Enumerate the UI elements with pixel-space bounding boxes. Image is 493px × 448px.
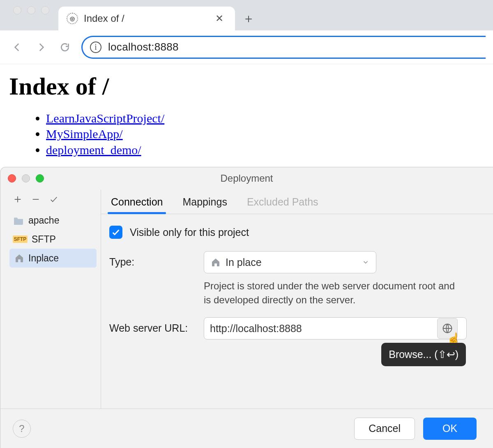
dialog-title: Deployment xyxy=(0,173,493,184)
home-icon xyxy=(14,253,24,263)
add-server-button[interactable] xyxy=(9,192,26,207)
dialog-window-controls xyxy=(0,174,44,182)
set-default-button[interactable] xyxy=(46,192,62,207)
browser-toolbar: i localhost:8888 xyxy=(0,30,493,64)
page-heading: Index of / xyxy=(9,72,484,101)
reload-button[interactable] xyxy=(55,37,75,57)
favicon-icon: ◎ xyxy=(67,13,78,24)
dialog-tabs: Connection Mappings Excluded Paths xyxy=(101,189,493,214)
window-controls xyxy=(4,6,58,24)
dialog-maximize-dot[interactable] xyxy=(36,174,44,182)
ok-button[interactable]: OK xyxy=(423,418,477,440)
visible-only-label: Visible only for this project xyxy=(130,226,249,238)
sidebar-toolbar xyxy=(0,190,101,211)
browse-url-button[interactable] xyxy=(437,318,458,339)
back-button[interactable] xyxy=(7,37,27,57)
new-tab-button[interactable]: ＋ xyxy=(238,8,259,29)
dialog-minimize-dot[interactable] xyxy=(22,174,30,182)
address-bar[interactable]: i localhost:8888 xyxy=(81,36,486,59)
folder-icon xyxy=(13,216,24,225)
list-item: MySimpleApp/ xyxy=(46,126,484,142)
type-select[interactable]: In place xyxy=(204,251,376,273)
visible-only-checkbox[interactable] xyxy=(109,226,122,239)
tab-connection[interactable]: Connection xyxy=(109,192,164,214)
type-description: Project is stored under the web server d… xyxy=(204,279,458,307)
cancel-button[interactable]: Cancel xyxy=(354,418,415,440)
browser-tab-strip: ◎ Index of / ✕ ＋ xyxy=(0,0,493,30)
deployment-dialog: Deployment apache SFT xyxy=(0,167,493,448)
sidebar-item-label: Inplace xyxy=(28,253,59,264)
type-label: Type: xyxy=(109,251,204,268)
directory-link[interactable]: deployment_demo/ xyxy=(46,143,141,157)
sidebar-item-inplace[interactable]: Inplace xyxy=(9,249,97,268)
window-close-dot[interactable] xyxy=(13,6,21,14)
tab-close-icon[interactable]: ✕ xyxy=(212,11,227,26)
page-content: Index of / LearnJavaScriptProject/ MySim… xyxy=(0,64,493,166)
chevron-down-icon xyxy=(362,256,369,268)
list-item: deployment_demo/ xyxy=(46,142,484,158)
directory-listing: LearnJavaScriptProject/ MySimpleApp/ dep… xyxy=(9,111,484,158)
list-item: LearnJavaScriptProject/ xyxy=(46,111,484,126)
home-icon xyxy=(211,257,221,267)
tab-excluded-paths: Excluded Paths xyxy=(245,192,320,214)
remove-server-button[interactable] xyxy=(28,192,44,207)
help-button[interactable]: ? xyxy=(13,420,31,438)
directory-link[interactable]: MySimpleApp/ xyxy=(46,127,123,141)
sidebar-item-label: apache xyxy=(28,215,59,226)
address-bar-text: localhost:8888 xyxy=(108,41,179,53)
directory-link[interactable]: LearnJavaScriptProject/ xyxy=(46,111,164,125)
window-maximize-dot[interactable] xyxy=(41,6,49,14)
web-server-url-input[interactable] xyxy=(204,317,467,339)
url-label: Web server URL: xyxy=(109,317,204,334)
sidebar-item-label: SFTP xyxy=(32,234,56,245)
site-info-icon[interactable]: i xyxy=(90,42,101,53)
forward-button[interactable] xyxy=(31,37,51,57)
dialog-titlebar: Deployment xyxy=(0,167,493,189)
window-minimize-dot[interactable] xyxy=(27,6,35,14)
sftp-icon: SFTP xyxy=(13,236,28,243)
dialog-main: Connection Mappings Excluded Paths Visib… xyxy=(101,189,493,409)
connection-form: Visible only for this project Type: In p… xyxy=(101,214,493,343)
dialog-footer: ? Cancel OK xyxy=(0,409,493,448)
sidebar: apache SFTP SFTP Inplace xyxy=(0,189,101,409)
browser-tab[interactable]: ◎ Index of / ✕ xyxy=(58,7,235,30)
visible-only-row[interactable]: Visible only for this project xyxy=(109,226,493,239)
tab-title: Index of / xyxy=(84,13,206,24)
tab-mappings[interactable]: Mappings xyxy=(181,192,228,214)
browse-tooltip: Browse... (⇧↩) xyxy=(381,343,466,366)
sidebar-item-apache[interactable]: apache xyxy=(0,211,101,230)
dialog-close-dot[interactable] xyxy=(8,174,16,182)
type-value: In place xyxy=(226,256,262,268)
sidebar-item-sftp[interactable]: SFTP SFTP xyxy=(0,230,101,249)
